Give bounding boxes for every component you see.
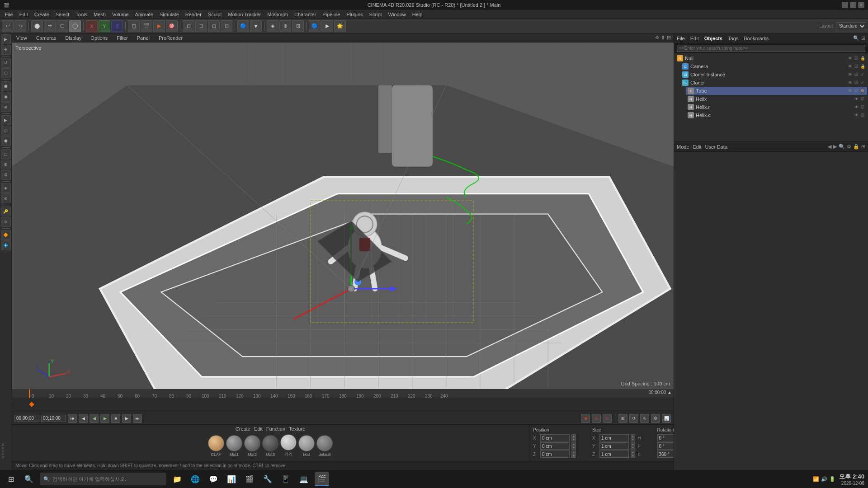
position-y-value[interactable]: 0 cm: [540, 442, 570, 450]
taskbar-app-4[interactable]: 🔧: [260, 472, 275, 486]
viewport-icon-2[interactable]: ⬆: [661, 35, 665, 41]
object-search-input[interactable]: [677, 45, 865, 52]
attr-expand-icon[interactable]: ⊞: [861, 144, 865, 150]
size-x-value[interactable]: 1 cm: [599, 434, 629, 441]
obj-camera[interactable]: C Camera 👁 ☑ 🔒: [680, 62, 867, 70]
rotation-h-value[interactable]: 0 °: [657, 434, 674, 441]
tray-volume[interactable]: 🔊: [821, 476, 827, 482]
obj-helix[interactable]: H Helix 👁 ☑: [686, 95, 867, 103]
obj-cloner-instance[interactable]: CI Cloner Instance 👁 ☑ ✓: [680, 70, 867, 79]
size-y-value[interactable]: 1 cm: [599, 442, 629, 450]
attr-menu-edit[interactable]: Edit: [693, 144, 702, 150]
menu-item-mograph[interactable]: MoGraph: [264, 11, 291, 18]
cam-vis-3[interactable]: 🔒: [860, 64, 865, 69]
layout-selector[interactable]: Standard: [836, 22, 866, 30]
tube-vis-2[interactable]: ☑: [854, 88, 859, 94]
ci-vis-3[interactable]: ✓: [860, 72, 865, 77]
menu-item-sculpt[interactable]: Sculpt: [205, 11, 225, 18]
scale-tool-button[interactable]: ⬡: [57, 20, 68, 32]
viewport-menu-options[interactable]: Options: [89, 35, 109, 41]
group-button[interactable]: ⊕: [279, 20, 291, 32]
axis-z-button[interactable]: Z: [111, 20, 123, 32]
menu-item-edit[interactable]: Edit: [16, 11, 31, 18]
menu-item-file[interactable]: File: [2, 11, 16, 18]
obj-tube[interactable]: T Tube 👁 ☑ ⚙: [686, 87, 867, 95]
jump-start-button[interactable]: ⏮: [68, 414, 77, 423]
obj-menu-tags[interactable]: Tags: [728, 36, 738, 41]
timeline-ruler[interactable]: 0 10 20 30 40 50 60 70 80 90 100 110 120…: [12, 389, 674, 398]
current-time-input[interactable]: [41, 415, 66, 422]
render-settings-button[interactable]: 🎬: [141, 20, 152, 32]
menu-item-pipeline[interactable]: Pipeline: [319, 11, 343, 18]
attr-settings-icon[interactable]: ⚙: [847, 144, 851, 150]
record-rotation-button[interactable]: ⊙: [603, 414, 612, 423]
material-mat2[interactable]: Mat2: [244, 435, 260, 457]
menu-item-script[interactable]: Script: [366, 11, 385, 18]
mirror-tool[interactable]: ⬟: [1, 136, 11, 146]
polygon-tool[interactable]: ⬟: [1, 81, 11, 91]
render-button[interactable]: 🎯: [166, 20, 178, 32]
cl-vis-2[interactable]: ☑: [854, 80, 859, 85]
size-y-up[interactable]: ▲: [631, 442, 635, 446]
cam-vis-2[interactable]: ☑: [854, 64, 859, 69]
axis-x-button[interactable]: X: [86, 20, 98, 32]
pos-x-down[interactable]: ▼: [571, 438, 576, 441]
taskbar-app-3[interactable]: 🎬: [242, 472, 257, 486]
attr-nav-fwd[interactable]: ▶: [833, 144, 837, 150]
helix-vis-1[interactable]: 👁: [854, 96, 859, 102]
menu-item-help[interactable]: Help: [409, 11, 426, 18]
ci-vis-2[interactable]: ☑: [854, 72, 859, 77]
constraint-tool[interactable]: 🔶: [1, 230, 11, 240]
system-clock[interactable]: 오후 2:40 2020-12-08: [839, 473, 864, 486]
obj-cloner[interactable]: CL Cloner 👁 ☑ ✓: [680, 79, 867, 87]
material-mat3[interactable]: Mat3: [262, 435, 278, 457]
snap-button[interactable]: 🔵: [237, 20, 249, 32]
attr-menu-mode[interactable]: Mode: [677, 144, 689, 150]
obj-filter-icon[interactable]: ⊞: [861, 35, 865, 41]
mat-function-btn[interactable]: Function: [266, 426, 285, 432]
material-default[interactable]: default: [316, 435, 333, 457]
viewport-menu-prorender[interactable]: ProRender: [157, 35, 184, 41]
menu-item-motion-tracker[interactable]: Motion Tracker: [225, 11, 264, 18]
loop-button[interactable]: ↺: [629, 414, 638, 423]
jump-end-button[interactable]: ⏭: [133, 414, 142, 423]
tube-vis-1[interactable]: 👁: [847, 88, 853, 94]
material-tool[interactable]: ⊗: [1, 193, 11, 203]
menu-item-plugins[interactable]: Plugins: [343, 11, 366, 18]
tray-battery[interactable]: 🔋: [829, 476, 835, 482]
taskbar-app-6[interactable]: 💻: [297, 472, 311, 486]
ci-vis-1[interactable]: 👁: [847, 72, 853, 77]
taskbar-app-2[interactable]: 📊: [224, 472, 239, 486]
attr-nav-back[interactable]: ◀: [828, 144, 831, 150]
viewport-menu-view[interactable]: View: [14, 35, 29, 41]
obj-helix-c[interactable]: H Helix.c 👁 ☑: [686, 111, 867, 119]
brush-tool[interactable]: ▶: [1, 115, 11, 125]
search-button[interactable]: 🔍: [22, 472, 36, 486]
layer-manager-button[interactable]: ◻: [221, 20, 232, 32]
obj-menu-file[interactable]: File: [677, 36, 685, 41]
pos-z-up[interactable]: ▲: [571, 450, 576, 454]
pos-x-up[interactable]: ▲: [571, 434, 576, 438]
helixc-vis-2[interactable]: ☑: [860, 113, 865, 118]
size-x-up[interactable]: ▲: [631, 434, 635, 438]
cl-vis-1[interactable]: 👁: [847, 80, 853, 85]
mat-edit-btn[interactable]: Edit: [254, 426, 263, 432]
cam-vis-1[interactable]: 👁: [847, 64, 853, 69]
object-mode-button[interactable]: ▢: [128, 20, 140, 32]
motion-path-button[interactable]: ∿: [640, 414, 649, 423]
size-z-down[interactable]: ▼: [631, 454, 635, 458]
helixc-vis-1[interactable]: 👁: [854, 113, 859, 118]
cl-vis-3[interactable]: ✓: [860, 80, 865, 85]
undo-button[interactable]: ↩: [2, 20, 14, 32]
maximize-button[interactable]: □: [850, 2, 856, 8]
viewport-menu-panel[interactable]: Panel: [135, 35, 151, 41]
viewport-menu-display[interactable]: Display: [63, 35, 83, 41]
edge-tool[interactable]: ◉: [1, 92, 11, 102]
attr-lock-icon[interactable]: 🔒: [853, 144, 859, 150]
menu-item-volume[interactable]: Volume: [109, 11, 132, 18]
start-time-input[interactable]: [14, 415, 39, 422]
menu-item-render[interactable]: Render: [182, 11, 205, 18]
position-z-value[interactable]: 0 cm: [540, 450, 570, 458]
size-y-spinner[interactable]: ▲ ▼: [631, 442, 635, 450]
move-tool-button[interactable]: ✛: [44, 20, 56, 32]
